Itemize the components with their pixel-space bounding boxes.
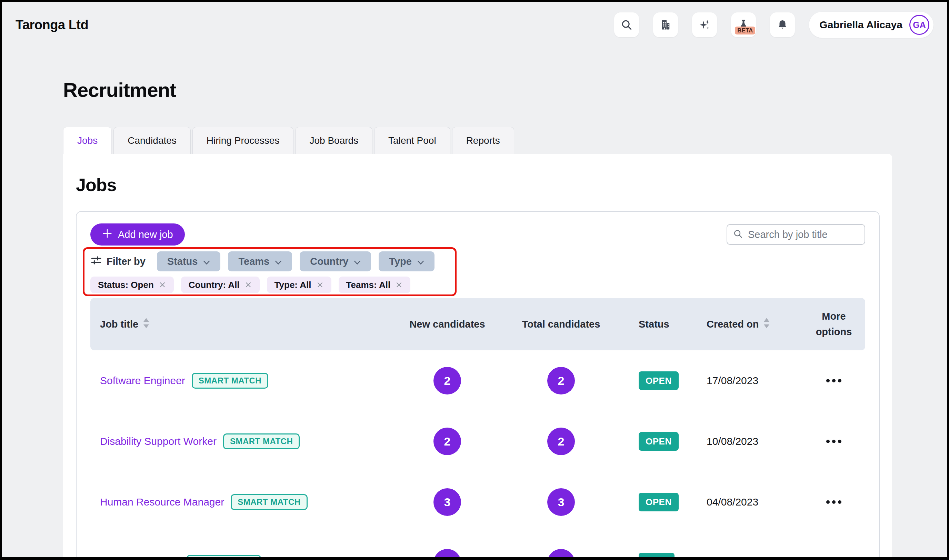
chip-type-all: Type: All [267, 277, 331, 293]
total-candidates-count[interactable]: 2 [547, 367, 575, 394]
sliders-icon [90, 254, 102, 269]
jobs-table-header: Job title New candidates Total candidate… [90, 298, 865, 350]
jobs-table: Job title New candidates Total candidate… [90, 298, 865, 560]
status-badge: OPEN [639, 432, 679, 451]
filter-row: Filter by Status Teams Country Type [90, 251, 865, 271]
ai-assistant-button[interactable] [692, 12, 717, 37]
chevron-down-icon [203, 256, 210, 267]
sparkles-icon [698, 18, 711, 31]
job-row-software-engineer: Software Engineer SMART MATCH 2 2 OPEN 1… [90, 350, 865, 411]
filter-dropdown-type[interactable]: Type [378, 251, 434, 271]
job-search-input[interactable] [748, 229, 878, 240]
job-row-partial [90, 532, 865, 560]
job-row-human-resource-manager: Human Resource Manager SMART MATCH 3 3 O… [90, 472, 865, 532]
tab-jobs[interactable]: Jobs [63, 127, 112, 154]
active-filter-chips: Status: Open Country: All Type: All Team… [90, 277, 865, 293]
chevron-down-icon [417, 256, 424, 267]
more-options-button[interactable] [823, 375, 845, 386]
filter-dropdown-status[interactable]: Status [157, 251, 221, 271]
remove-chip-icon[interactable] [158, 281, 166, 289]
filter-dropdown-teams[interactable]: Teams [228, 251, 292, 271]
chevron-down-icon [354, 256, 361, 267]
created-on-date: 10/08/2023 [699, 435, 803, 447]
job-title-link[interactable]: Human Resource Manager [100, 496, 224, 508]
column-more-options: More options [803, 309, 865, 340]
search-icon [620, 18, 633, 31]
smart-match-badge: SMART MATCH [223, 434, 300, 449]
smart-match-badge: SMART MATCH [231, 494, 307, 510]
app-window: { "topbar": { "company": "Taronga Ltd", … [0, 0, 949, 560]
user-name: Gabriella Alicaya [819, 19, 903, 31]
remove-chip-icon[interactable] [395, 281, 403, 289]
total-candidates-count[interactable]: 3 [547, 488, 575, 516]
job-search-box [727, 224, 865, 245]
status-badge [639, 553, 675, 560]
search-button[interactable] [614, 12, 639, 37]
organisation-button[interactable] [653, 12, 678, 37]
tab-talent-pool[interactable]: Talent Pool [374, 127, 451, 154]
recruitment-tabs: Jobs Candidates Hiring Processes Job Boa… [63, 127, 947, 154]
more-options-button[interactable] [823, 558, 845, 560]
tab-reports[interactable]: Reports [452, 127, 514, 154]
column-status: Status [623, 318, 699, 330]
smart-match-badge: SMART MATCH [192, 373, 268, 389]
chevron-down-icon [275, 256, 282, 267]
jobs-toolbar: Add new job [90, 223, 865, 246]
more-options-button[interactable] [823, 436, 845, 446]
tab-hiring-processes[interactable]: Hiring Processes [192, 127, 294, 154]
new-candidates-count[interactable]: 3 [434, 488, 461, 516]
remove-chip-icon[interactable] [245, 281, 252, 289]
organisation-building-icon [659, 18, 672, 31]
plus-icon [102, 228, 112, 241]
jobs-panel: Jobs Add new job [63, 154, 892, 558]
total-candidates-count[interactable] [547, 549, 575, 560]
chip-teams-all: Teams: All [338, 277, 411, 293]
status-badge: OPEN [639, 371, 679, 390]
filter-by-label: Filter by [90, 254, 146, 269]
page-title: Recruitment [63, 78, 947, 102]
new-candidates-count[interactable]: 2 [434, 367, 461, 394]
jobs-card: Add new job Filter by Status [76, 211, 880, 560]
column-new-candidates: New candidates [395, 318, 499, 330]
column-job-title[interactable]: Job title [90, 318, 395, 331]
job-title-link[interactable]: Disability Support Worker [100, 435, 217, 447]
new-candidates-count[interactable] [434, 549, 461, 560]
labs-button[interactable]: BETA [731, 12, 756, 37]
remove-chip-icon[interactable] [316, 281, 324, 289]
chip-status-open: Status: Open [90, 277, 174, 293]
beta-badge: BETA [735, 26, 755, 34]
job-row-disability-support-worker: Disability Support Worker SMART MATCH 2 … [90, 411, 865, 472]
topbar-actions: BETA Gabriella Alicaya GA [614, 12, 934, 38]
notifications-button[interactable] [770, 12, 795, 37]
add-new-job-button[interactable]: Add new job [90, 223, 185, 246]
topbar: Taronga Ltd BETA [15, 11, 934, 38]
tab-candidates[interactable]: Candidates [114, 127, 191, 154]
filter-dropdown-country[interactable]: Country [300, 251, 371, 271]
total-candidates-count[interactable]: 2 [547, 428, 575, 455]
status-badge: OPEN [639, 493, 679, 511]
add-new-job-label: Add new job [118, 229, 173, 240]
user-menu[interactable]: Gabriella Alicaya GA [809, 12, 934, 38]
search-icon [733, 229, 743, 240]
more-options-button[interactable] [823, 497, 845, 507]
smart-match-badge [186, 555, 261, 560]
sort-icon[interactable] [142, 318, 150, 331]
chip-country-all: Country: All [181, 277, 260, 293]
company-name: Taronga Ltd [15, 18, 88, 32]
new-candidates-count[interactable]: 2 [434, 428, 461, 455]
user-avatar: GA [909, 15, 929, 35]
created-on-date: 04/08/2023 [699, 496, 803, 508]
tab-job-boards[interactable]: Job Boards [295, 127, 372, 154]
jobs-heading: Jobs [76, 154, 892, 195]
column-created-on[interactable]: Created on [699, 318, 803, 331]
column-total-candidates: Total candidates [499, 318, 623, 330]
created-on-date: 17/08/2023 [699, 375, 803, 386]
bell-icon [777, 19, 788, 31]
sort-icon[interactable] [763, 318, 771, 331]
job-title-link[interactable]: Software Engineer [100, 375, 185, 386]
